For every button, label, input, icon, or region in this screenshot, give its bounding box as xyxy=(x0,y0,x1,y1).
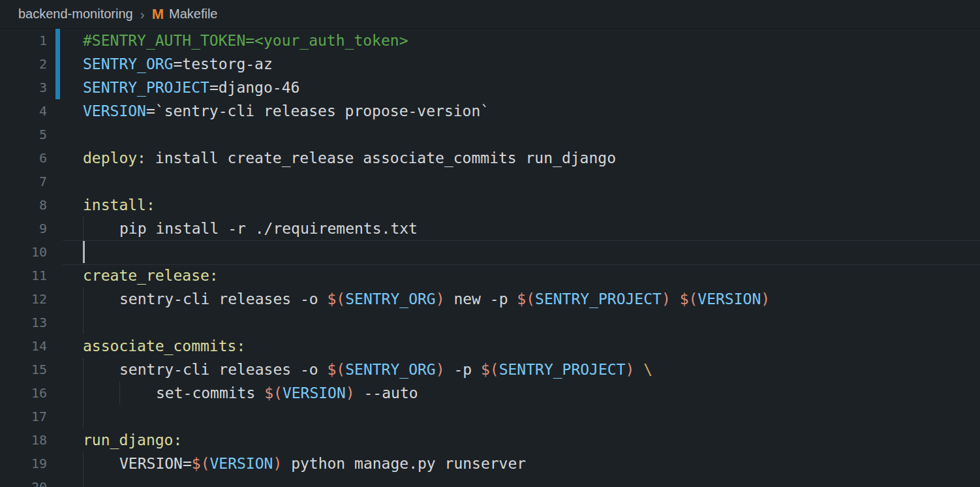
code-segment: -p xyxy=(445,361,481,378)
code-segment: ) xyxy=(662,291,671,307)
code-segment: ) xyxy=(626,361,635,378)
code-line[interactable]: 19VERSION=$(VERSION) python manage.py ru… xyxy=(0,452,980,475)
code-line[interactable]: 7 xyxy=(0,170,980,193)
code-segment: python manage.py runserver xyxy=(282,455,526,472)
code-segment: new -p xyxy=(445,291,517,307)
code-line[interactable]: 9pip install -r ./requirements.txt xyxy=(0,217,980,240)
line-number: 1 xyxy=(0,29,47,52)
code-segment: pip install -r ./requirements.txt xyxy=(119,220,418,237)
code-segment: SENTRY_ORG xyxy=(83,55,173,72)
line-number: 7 xyxy=(0,170,47,193)
code-line[interactable]: 6deploy: install create_release associat… xyxy=(0,146,980,170)
code-line[interactable]: 12sentry-cli releases -o $(SENTRY_ORG) n… xyxy=(0,287,980,311)
code-segment: sentry-cli releases -o xyxy=(119,361,328,378)
indent-guide xyxy=(83,217,84,240)
indent-guide xyxy=(83,452,84,475)
indent-guide xyxy=(83,287,84,311)
code-segment: VERSION= xyxy=(119,455,192,472)
code-line[interactable]: 18run_django: xyxy=(0,428,980,452)
code-segment: $( xyxy=(481,361,499,378)
code-segment: ) xyxy=(761,291,770,307)
line-number: 20 xyxy=(0,475,47,487)
code-line[interactable]: 17 xyxy=(0,405,980,428)
line-number: 18 xyxy=(0,428,47,452)
code-segment: sentry-cli releases -o xyxy=(119,291,328,307)
code-segment: $( xyxy=(680,291,698,307)
code-segment: create_release: xyxy=(83,267,219,284)
indent-guide xyxy=(83,405,84,428)
code-segment: associate_commits: xyxy=(83,338,245,354)
code-editor[interactable]: 1#SENTRY_AUTH_TOKEN=<your_auth_token>2SE… xyxy=(0,29,980,487)
line-number: 6 xyxy=(0,146,47,170)
code-line[interactable]: 10 xyxy=(0,240,980,264)
code-segment: $( xyxy=(328,361,346,378)
line-number: 15 xyxy=(0,358,47,381)
code-line[interactable]: 13 xyxy=(0,311,980,334)
code-lines: 1#SENTRY_AUTH_TOKEN=<your_auth_token>2SE… xyxy=(0,29,980,487)
code-segment: $( xyxy=(328,291,346,307)
code-segment xyxy=(671,291,680,307)
code-segment: install create_release associate_commits… xyxy=(146,149,616,166)
code-segment: #SENTRY_AUTH_TOKEN=<your_auth_token> xyxy=(83,32,408,49)
indent-guide xyxy=(119,381,120,405)
indent-guide xyxy=(83,311,84,334)
code-segment: set-commits xyxy=(156,385,264,401)
chevron-right-icon: › xyxy=(139,7,146,22)
code-line[interactable]: 20 xyxy=(0,475,980,487)
code-segment: VERSION xyxy=(83,102,146,119)
editor-window: backend-monitoring › M Makefile 1#SENTRY… xyxy=(0,0,980,487)
text-cursor xyxy=(83,241,85,263)
code-line[interactable]: 1#SENTRY_AUTH_TOKEN=<your_auth_token> xyxy=(0,29,980,52)
code-line[interactable]: 3SENTRY_PROJECT=django-46 xyxy=(0,76,980,99)
code-line[interactable]: 8install: xyxy=(0,193,980,217)
line-number: 10 xyxy=(0,240,47,264)
code-segment: VERSION xyxy=(283,385,346,401)
line-number: 4 xyxy=(0,99,47,123)
code-segment: $( xyxy=(192,455,210,472)
makefile-icon: M xyxy=(152,6,164,23)
line-number: 3 xyxy=(0,76,47,99)
code-line[interactable]: 15sentry-cli releases -o $(SENTRY_ORG) -… xyxy=(0,358,980,381)
code-segment: deploy: xyxy=(83,149,146,166)
code-line[interactable]: 5 xyxy=(0,123,980,146)
code-segment: =`sentry-cli releases propose-version` xyxy=(146,102,489,119)
code-segment: --auto xyxy=(355,385,418,401)
line-number: 11 xyxy=(0,264,47,287)
indent-guide xyxy=(83,475,84,487)
code-segment: SENTRY_PROJECT xyxy=(83,79,209,96)
code-line[interactable]: 14associate_commits: xyxy=(0,334,980,358)
code-segment: ) xyxy=(273,455,282,472)
code-segment: \ xyxy=(643,361,652,378)
line-number: 8 xyxy=(0,193,47,217)
breadcrumb-folder[interactable]: backend-monitoring xyxy=(18,7,133,22)
line-number: 12 xyxy=(0,287,47,311)
line-number: 17 xyxy=(0,405,47,428)
line-number: 9 xyxy=(0,217,47,240)
line-number: 19 xyxy=(0,452,47,475)
code-segment: ) xyxy=(436,361,445,378)
line-number: 14 xyxy=(0,334,47,358)
code-segment: SENTRY_ORG xyxy=(345,361,435,378)
code-segment: run_django: xyxy=(83,432,182,448)
code-line[interactable]: 2SENTRY_ORG=testorg-az xyxy=(0,52,980,76)
code-line[interactable]: 11create_release: xyxy=(0,264,980,287)
code-segment: $( xyxy=(517,291,535,307)
code-segment: ) xyxy=(346,385,355,401)
code-segment: SENTRY_ORG xyxy=(345,291,435,307)
line-number: 16 xyxy=(0,381,47,405)
code-segment: VERSION xyxy=(209,455,273,472)
code-line[interactable]: 16set-commits $(VERSION) --auto xyxy=(0,381,980,405)
breadcrumb: backend-monitoring › M Makefile xyxy=(0,0,980,29)
code-segment: $( xyxy=(264,385,283,401)
indent-guide xyxy=(83,358,84,381)
line-number: 13 xyxy=(0,311,47,334)
code-segment: install: xyxy=(83,196,155,213)
code-segment: VERSION xyxy=(697,291,761,307)
code-line[interactable]: 4VERSION=`sentry-cli releases propose-ve… xyxy=(0,99,980,123)
breadcrumb-file-label: Makefile xyxy=(169,7,217,22)
code-segment xyxy=(634,361,643,378)
code-segment: SENTRY_PROJECT xyxy=(535,291,662,307)
breadcrumb-file[interactable]: M Makefile xyxy=(152,6,218,23)
git-modified-indicator[interactable] xyxy=(55,29,60,99)
line-number: 5 xyxy=(0,123,47,146)
